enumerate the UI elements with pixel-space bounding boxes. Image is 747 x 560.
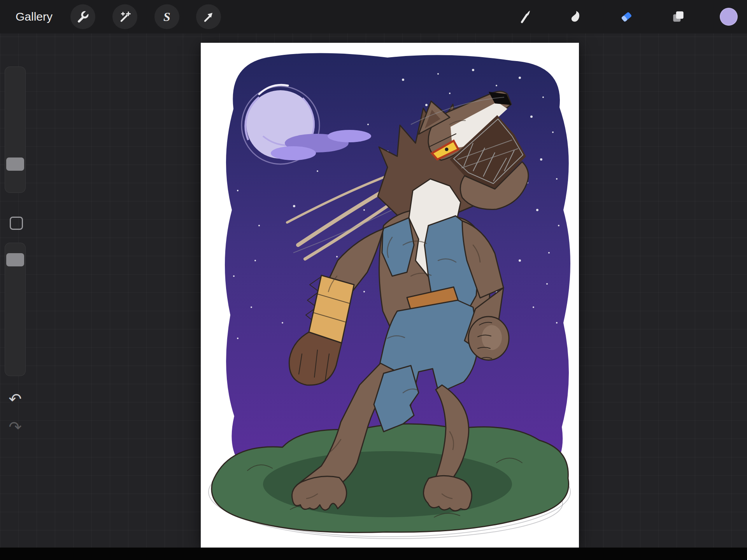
right-paw bbox=[423, 476, 472, 511]
smudge-button[interactable] bbox=[563, 4, 588, 29]
top-toolbar: Gallery S bbox=[0, 0, 747, 33]
magic-wand-icon bbox=[118, 10, 132, 24]
gallery-button[interactable]: Gallery bbox=[16, 0, 53, 33]
adjustments-button[interactable] bbox=[112, 4, 137, 29]
eraser-icon bbox=[619, 9, 634, 24]
brush-size-handle[interactable] bbox=[6, 158, 24, 171]
selection-button[interactable]: S bbox=[154, 4, 179, 29]
modify-button[interactable] bbox=[10, 217, 23, 230]
paint-button[interactable] bbox=[513, 4, 538, 29]
brush-size-slider[interactable] bbox=[5, 66, 26, 193]
app-window: Gallery S bbox=[0, 0, 747, 560]
transform-arrow-icon bbox=[202, 10, 216, 24]
layers-button[interactable] bbox=[666, 4, 691, 29]
wrench-icon bbox=[76, 10, 90, 24]
opacity-slider[interactable] bbox=[5, 243, 26, 376]
canvas-page[interactable] bbox=[201, 43, 579, 548]
transform-button[interactable] bbox=[196, 4, 221, 29]
undo-button[interactable]: ↶ bbox=[5, 389, 26, 408]
eraser-button[interactable] bbox=[614, 4, 639, 29]
paintbrush-icon bbox=[518, 9, 533, 24]
selection-s-icon: S bbox=[163, 10, 170, 23]
color-swatch[interactable] bbox=[720, 8, 738, 26]
layers-icon bbox=[671, 9, 686, 24]
actions-button[interactable] bbox=[70, 4, 95, 29]
bottom-bar bbox=[0, 548, 747, 560]
redo-button[interactable]: ↷ bbox=[5, 417, 26, 436]
smudge-finger-icon bbox=[568, 9, 583, 24]
artwork-werewolf-night bbox=[201, 43, 579, 548]
opacity-handle[interactable] bbox=[6, 253, 24, 266]
